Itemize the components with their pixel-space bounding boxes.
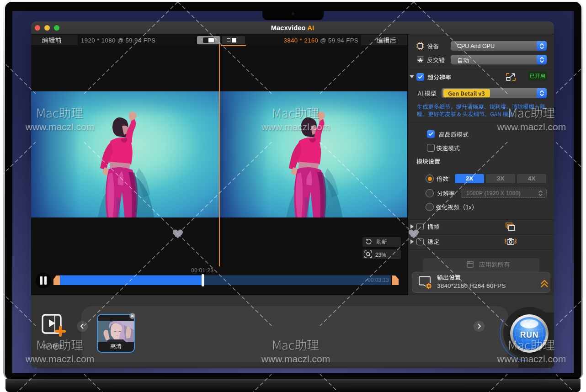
svg-text:00:03:13: 00:03:13 (368, 277, 389, 283)
